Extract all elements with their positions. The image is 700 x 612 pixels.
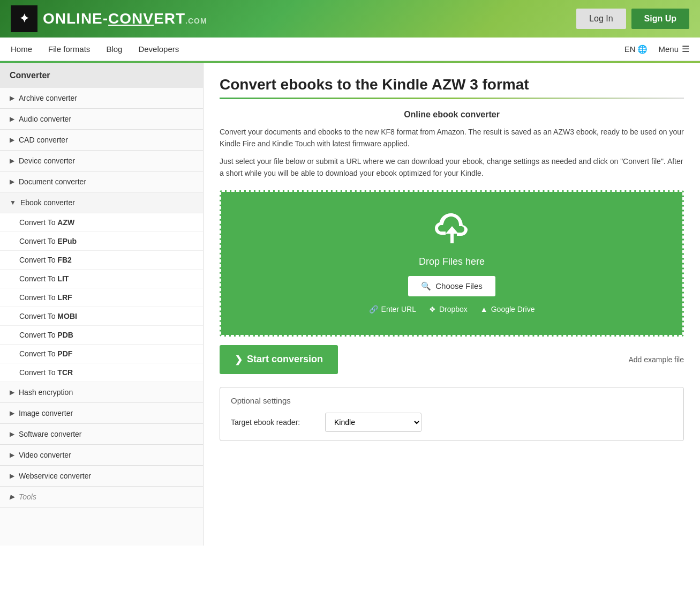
description-2: Just select your file below or submit a … (220, 155, 684, 180)
logo-icon: ✦ (11, 5, 37, 32)
sidebar-item-audio-converter[interactable]: ▶ Audio converter (0, 109, 203, 130)
sidebar-subitem-fb2[interactable]: Convert To FB2 (0, 251, 203, 270)
sidebar-item-video-converter[interactable]: ▶ Video converter (0, 445, 203, 466)
sidebar-item-software-converter[interactable]: ▶ Software converter (0, 424, 203, 445)
enter-url-option[interactable]: Enter URL (369, 305, 416, 314)
upload-area[interactable]: Drop Files here Choose Files Enter URL D… (220, 190, 684, 337)
arrow-icon: ▶ (10, 389, 14, 396)
google-drive-option[interactable]: Google Drive (480, 305, 535, 314)
sidebar-title: Converter (0, 63, 203, 88)
setting-row: Target ebook reader: Kindle Kobo Nook Ge… (231, 413, 673, 432)
section-title: Online ebook converter (220, 110, 684, 120)
nav-home[interactable]: Home (11, 38, 32, 60)
drive-icon (480, 305, 488, 314)
optional-settings: Optional settings Target ebook reader: K… (220, 387, 684, 441)
upload-options: Enter URL Dropbox Google Drive (232, 305, 672, 314)
menu-label: Menu (658, 44, 679, 54)
arrow-icon: ▶ (10, 178, 14, 185)
svg-marker-0 (446, 226, 458, 243)
language-selector[interactable]: EN (624, 44, 648, 54)
language-label: EN (624, 44, 636, 54)
signup-button[interactable]: Sign Up (631, 9, 689, 29)
target-reader-label: Target ebook reader: (231, 418, 317, 427)
header-buttons: Log In Sign Up (576, 9, 689, 29)
arrow-icon: ▶ (10, 136, 14, 144)
sidebar-item-webservice-converter[interactable]: ▶ Webservice converter (0, 466, 203, 487)
title-underline (220, 98, 684, 99)
link-icon (369, 305, 378, 314)
sidebar-item-document-converter[interactable]: ▶ Document converter (0, 171, 203, 192)
target-reader-select[interactable]: Kindle Kobo Nook Generic (325, 413, 421, 432)
logo-text: ONLINE-CONVERT.COM (43, 10, 207, 27)
dropbox-icon (429, 305, 436, 314)
login-button[interactable]: Log In (576, 9, 626, 29)
choose-files-button[interactable]: Choose Files (408, 276, 495, 296)
arrow-icon: ▶ (10, 493, 14, 501)
choose-files-label: Choose Files (435, 281, 483, 290)
arrow-icon: ▶ (10, 430, 14, 438)
sidebar-subitem-lit[interactable]: Convert To LIT (0, 270, 203, 288)
site-header: ✦ ONLINE-CONVERT.COM Log In Sign Up (0, 0, 700, 38)
sidebar-subitem-mobi[interactable]: Convert To MOBI (0, 307, 203, 326)
description-1: Convert your documents and ebooks to the… (220, 126, 684, 150)
sidebar-item-label: Hash encryption (19, 388, 73, 397)
sidebar-subitem-tcr[interactable]: Convert To TCR (0, 363, 203, 382)
arrow-icon: ▶ (10, 94, 14, 102)
sidebar-subitem-pdf[interactable]: Convert To PDF (0, 345, 203, 363)
sidebar-subitem-pdb[interactable]: Convert To PDB (0, 326, 203, 345)
sidebar-item-hash-encryption[interactable]: ▶ Hash encryption (0, 382, 203, 403)
add-example-link[interactable]: Add example file (628, 355, 684, 364)
dropbox-option[interactable]: Dropbox (429, 305, 468, 314)
sidebar-subitem-azw[interactable]: Convert To AZW (0, 213, 203, 232)
arrow-icon: ▶ (10, 472, 14, 480)
nav-developers[interactable]: Developers (138, 38, 179, 60)
sidebar-item-label: Audio converter (19, 115, 71, 123)
nav-links: Home File formats Blog Developers (11, 38, 624, 60)
start-conversion-label: Start conversion (247, 354, 323, 365)
main-nav: Home File formats Blog Developers EN Men… (0, 38, 700, 61)
dropbox-label: Dropbox (439, 305, 468, 314)
sidebar-item-label: Document converter (19, 177, 86, 186)
sidebar-item-archive-converter[interactable]: ▶ Archive converter (0, 88, 203, 109)
enter-url-label: Enter URL (381, 305, 416, 314)
cloud-upload-icon (232, 213, 672, 250)
description-section: Online ebook converter Convert your docu… (220, 110, 684, 180)
sidebar-subitem-epub[interactable]: Convert To EPub (0, 232, 203, 251)
sidebar-item-label: Ebook converter (20, 198, 75, 207)
arrow-icon: ▶ (10, 451, 14, 459)
menu-button[interactable]: Menu (658, 44, 689, 54)
sidebar-item-label: Webservice converter (19, 472, 91, 480)
sidebar-item-image-converter[interactable]: ▶ Image converter (0, 403, 203, 424)
sidebar-item-label: Image converter (19, 409, 73, 417)
sidebar-item-label: CAD converter (19, 136, 68, 144)
sidebar-item-ebook-converter[interactable]: ▼ Ebook converter (0, 192, 203, 213)
sidebar-subitem-lrf[interactable]: Convert To LRF (0, 288, 203, 307)
arrow-icon: ▶ (10, 115, 14, 123)
logo-area: ✦ ONLINE-CONVERT.COM (11, 5, 207, 32)
arrow-icon: ▶ (10, 409, 14, 417)
sidebar-item-cad-converter[interactable]: ▶ CAD converter (0, 130, 203, 151)
arrow-icon: ▼ (10, 199, 16, 206)
arrow-icon: ▶ (10, 157, 14, 165)
google-drive-label: Google Drive (491, 305, 535, 314)
search-icon (421, 281, 431, 291)
nav-blog[interactable]: Blog (106, 38, 122, 60)
nav-right: EN Menu (624, 44, 689, 54)
main-content: Convert ebooks to the Kindle AZW 3 forma… (204, 63, 700, 546)
main-layout: Converter ▶ Archive converter ▶ Audio co… (0, 63, 700, 546)
chevron-right-icon: ❯ (235, 354, 243, 365)
sidebar-item-label: Tools (19, 492, 36, 501)
start-conversion-button[interactable]: ❯ Start conversion (220, 345, 338, 374)
sidebar-item-label: Device converter (19, 156, 75, 165)
sidebar-item-label: Archive converter (19, 94, 77, 102)
sidebar: Converter ▶ Archive converter ▶ Audio co… (0, 63, 204, 546)
sidebar-item-label: Software converter (19, 430, 82, 438)
nav-file-formats[interactable]: File formats (48, 38, 90, 60)
hamburger-icon (682, 44, 689, 54)
page-title: Convert ebooks to the Kindle AZW 3 forma… (220, 76, 684, 93)
sidebar-item-device-converter[interactable]: ▶ Device converter (0, 151, 203, 171)
sidebar-item-label: Video converter (19, 451, 71, 459)
conversion-row: ❯ Start conversion Add example file (220, 345, 684, 374)
globe-icon (637, 44, 648, 54)
sidebar-item-tools[interactable]: ▶ Tools (0, 487, 203, 507)
